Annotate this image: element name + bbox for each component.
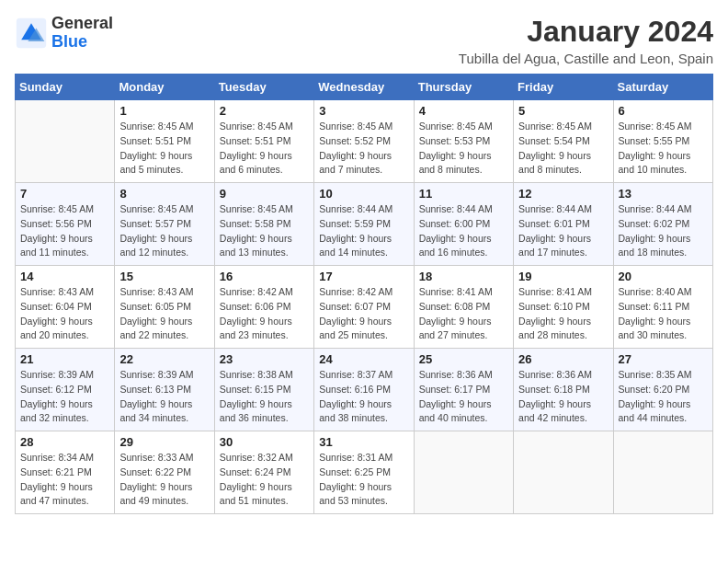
day-number: 20 — [619, 270, 708, 283]
day-number: 7 — [20, 187, 109, 201]
week-row-4: 28Sunrise: 8:34 AM Sunset: 6:21 PM Dayli… — [16, 431, 713, 514]
day-number: 6 — [619, 104, 708, 118]
calendar-title: January 2024 — [459, 15, 713, 49]
day-number: 9 — [220, 187, 309, 201]
day-info: Sunrise: 8:45 AM Sunset: 5:54 PM Dayligh… — [518, 120, 608, 178]
day-number: 23 — [220, 352, 309, 366]
day-number: 25 — [419, 352, 508, 366]
calendar-cell: 12Sunrise: 8:44 AM Sunset: 6:01 PM Dayli… — [514, 183, 613, 266]
day-number: 19 — [518, 270, 608, 283]
day-number: 12 — [518, 187, 608, 201]
day-info: Sunrise: 8:32 AM Sunset: 6:24 PM Dayligh… — [220, 451, 309, 509]
calendar-cell: 21Sunrise: 8:39 AM Sunset: 6:12 PM Dayli… — [16, 349, 115, 431]
day-number: 17 — [319, 270, 408, 283]
day-info: Sunrise: 8:44 AM Sunset: 6:01 PM Dayligh… — [518, 202, 608, 260]
calendar-cell — [414, 431, 513, 514]
logo-text: General Blue — [51, 15, 113, 52]
calendar-cell: 9Sunrise: 8:45 AM Sunset: 5:58 PM Daylig… — [214, 183, 313, 266]
day-number: 13 — [619, 187, 708, 201]
day-info: Sunrise: 8:38 AM Sunset: 6:15 PM Dayligh… — [220, 368, 309, 426]
day-of-week-saturday: Saturday — [613, 75, 712, 100]
calendar-cell: 2Sunrise: 8:45 AM Sunset: 5:51 PM Daylig… — [214, 100, 313, 183]
calendar-cell: 28Sunrise: 8:34 AM Sunset: 6:21 PM Dayli… — [16, 431, 115, 514]
header: General Blue January 2024 Tubilla del Ag… — [15, 15, 713, 66]
day-info: Sunrise: 8:35 AM Sunset: 6:20 PM Dayligh… — [619, 368, 708, 426]
day-number: 8 — [119, 187, 209, 201]
day-of-week-tuesday: Tuesday — [214, 75, 313, 100]
logo: General Blue — [15, 15, 113, 52]
calendar-cell: 30Sunrise: 8:32 AM Sunset: 6:24 PM Dayli… — [214, 431, 313, 514]
calendar-cell: 19Sunrise: 8:41 AM Sunset: 6:10 PM Dayli… — [514, 266, 613, 349]
day-info: Sunrise: 8:41 AM Sunset: 6:10 PM Dayligh… — [518, 285, 608, 343]
calendar-cell: 16Sunrise: 8:42 AM Sunset: 6:06 PM Dayli… — [214, 266, 313, 349]
calendar-cell: 31Sunrise: 8:31 AM Sunset: 6:25 PM Dayli… — [314, 431, 414, 514]
day-number: 16 — [220, 270, 309, 283]
page-container: General Blue January 2024 Tubilla del Ag… — [15, 15, 713, 514]
calendar-cell: 15Sunrise: 8:43 AM Sunset: 6:05 PM Dayli… — [115, 266, 214, 349]
day-info: Sunrise: 8:44 AM Sunset: 6:02 PM Dayligh… — [619, 202, 708, 260]
week-row-3: 21Sunrise: 8:39 AM Sunset: 6:12 PM Dayli… — [16, 349, 713, 431]
day-info: Sunrise: 8:42 AM Sunset: 6:06 PM Dayligh… — [220, 285, 309, 343]
day-number: 15 — [119, 270, 209, 283]
calendar-cell — [514, 431, 613, 514]
calendar-cell: 10Sunrise: 8:44 AM Sunset: 5:59 PM Dayli… — [314, 183, 414, 266]
day-info: Sunrise: 8:36 AM Sunset: 6:17 PM Dayligh… — [419, 368, 508, 426]
calendar-cell: 7Sunrise: 8:45 AM Sunset: 5:56 PM Daylig… — [16, 183, 115, 266]
week-row-0: 1Sunrise: 8:45 AM Sunset: 5:51 PM Daylig… — [16, 100, 713, 183]
day-number: 1 — [119, 104, 209, 118]
day-number: 29 — [119, 435, 209, 449]
day-info: Sunrise: 8:37 AM Sunset: 6:16 PM Dayligh… — [319, 368, 408, 426]
day-info: Sunrise: 8:41 AM Sunset: 6:08 PM Dayligh… — [419, 285, 508, 343]
calendar-cell: 22Sunrise: 8:39 AM Sunset: 6:13 PM Dayli… — [115, 349, 214, 431]
day-info: Sunrise: 8:42 AM Sunset: 6:07 PM Dayligh… — [319, 285, 408, 343]
day-info: Sunrise: 8:45 AM Sunset: 5:56 PM Dayligh… — [20, 202, 109, 260]
day-info: Sunrise: 8:43 AM Sunset: 6:05 PM Dayligh… — [119, 285, 209, 343]
calendar-header: SundayMondayTuesdayWednesdayThursdayFrid… — [16, 75, 713, 100]
calendar-cell: 23Sunrise: 8:38 AM Sunset: 6:15 PM Dayli… — [214, 349, 313, 431]
logo-general: General — [51, 14, 113, 32]
calendar-cell: 27Sunrise: 8:35 AM Sunset: 6:20 PM Dayli… — [613, 349, 712, 431]
calendar-cell: 11Sunrise: 8:44 AM Sunset: 6:00 PM Dayli… — [414, 183, 513, 266]
day-info: Sunrise: 8:45 AM Sunset: 5:53 PM Dayligh… — [419, 120, 508, 178]
calendar-cell: 26Sunrise: 8:36 AM Sunset: 6:18 PM Dayli… — [514, 349, 613, 431]
day-number: 24 — [319, 352, 408, 366]
day-number: 26 — [518, 352, 608, 366]
day-info: Sunrise: 8:39 AM Sunset: 6:12 PM Dayligh… — [20, 368, 109, 426]
day-number: 4 — [419, 104, 508, 118]
day-number: 5 — [518, 104, 608, 118]
day-number: 28 — [20, 435, 109, 449]
calendar-cell: 17Sunrise: 8:42 AM Sunset: 6:07 PM Dayli… — [314, 266, 414, 349]
day-of-week-thursday: Thursday — [414, 75, 513, 100]
week-row-2: 14Sunrise: 8:43 AM Sunset: 6:04 PM Dayli… — [16, 266, 713, 349]
calendar-cell: 3Sunrise: 8:45 AM Sunset: 5:52 PM Daylig… — [314, 100, 414, 183]
day-info: Sunrise: 8:45 AM Sunset: 5:51 PM Dayligh… — [119, 120, 209, 178]
day-info: Sunrise: 8:31 AM Sunset: 6:25 PM Dayligh… — [319, 451, 408, 509]
day-of-week-monday: Monday — [115, 75, 214, 100]
day-info: Sunrise: 8:44 AM Sunset: 5:59 PM Dayligh… — [319, 202, 408, 260]
calendar-cell: 8Sunrise: 8:45 AM Sunset: 5:57 PM Daylig… — [115, 183, 214, 266]
day-number: 27 — [619, 352, 708, 366]
day-info: Sunrise: 8:43 AM Sunset: 6:04 PM Dayligh… — [20, 285, 109, 343]
day-info: Sunrise: 8:33 AM Sunset: 6:22 PM Dayligh… — [119, 451, 209, 509]
day-info: Sunrise: 8:40 AM Sunset: 6:11 PM Dayligh… — [619, 285, 708, 343]
calendar-body: 1Sunrise: 8:45 AM Sunset: 5:51 PM Daylig… — [16, 100, 713, 514]
calendar-cell: 6Sunrise: 8:45 AM Sunset: 5:55 PM Daylig… — [613, 100, 712, 183]
day-info: Sunrise: 8:45 AM Sunset: 5:58 PM Dayligh… — [220, 202, 309, 260]
day-number: 30 — [220, 435, 309, 449]
day-info: Sunrise: 8:39 AM Sunset: 6:13 PM Dayligh… — [119, 368, 209, 426]
calendar-table: SundayMondayTuesdayWednesdayThursdayFrid… — [15, 74, 713, 514]
day-number: 22 — [119, 352, 209, 366]
calendar-cell: 14Sunrise: 8:43 AM Sunset: 6:04 PM Dayli… — [16, 266, 115, 349]
day-info: Sunrise: 8:45 AM Sunset: 5:55 PM Dayligh… — [619, 120, 708, 178]
day-info: Sunrise: 8:44 AM Sunset: 6:00 PM Dayligh… — [419, 202, 508, 260]
calendar-cell — [16, 100, 115, 183]
calendar-cell: 24Sunrise: 8:37 AM Sunset: 6:16 PM Dayli… — [314, 349, 414, 431]
day-of-week-sunday: Sunday — [16, 75, 115, 100]
week-row-1: 7Sunrise: 8:45 AM Sunset: 5:56 PM Daylig… — [16, 183, 713, 266]
day-info: Sunrise: 8:45 AM Sunset: 5:52 PM Dayligh… — [319, 120, 408, 178]
day-number: 2 — [220, 104, 309, 118]
days-of-week-row: SundayMondayTuesdayWednesdayThursdayFrid… — [16, 75, 713, 100]
day-info: Sunrise: 8:34 AM Sunset: 6:21 PM Dayligh… — [20, 451, 109, 509]
calendar-subtitle: Tubilla del Agua, Castille and Leon, Spa… — [459, 51, 713, 66]
calendar-cell: 18Sunrise: 8:41 AM Sunset: 6:08 PM Dayli… — [414, 266, 513, 349]
